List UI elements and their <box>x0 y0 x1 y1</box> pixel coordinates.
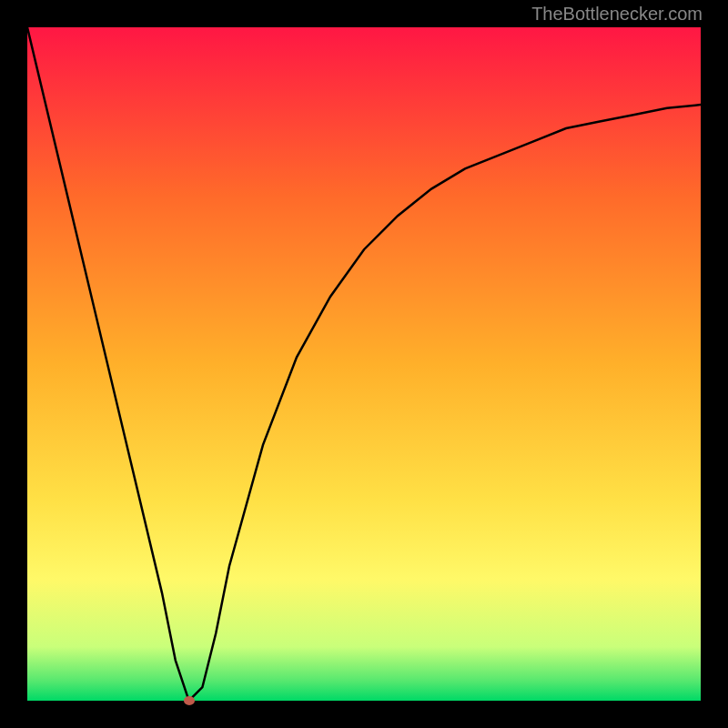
chart-area <box>27 27 701 701</box>
bottleneck-curve <box>27 27 701 701</box>
curve-layer <box>27 27 701 701</box>
watermark-text: TheBottlenecker.com <box>531 4 703 25</box>
optimal-marker <box>184 696 195 705</box>
